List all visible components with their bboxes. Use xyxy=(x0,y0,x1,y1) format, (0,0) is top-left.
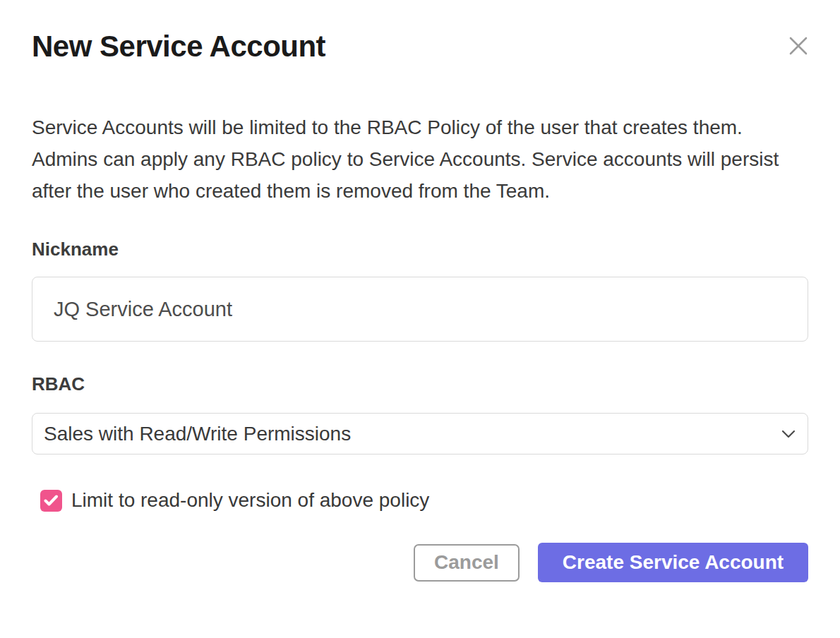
close-button[interactable] xyxy=(786,34,810,58)
nickname-input[interactable] xyxy=(32,277,808,342)
close-icon xyxy=(788,35,809,56)
rbac-selected-value: Sales with Read/Write Permissions xyxy=(44,423,351,445)
rbac-select[interactable]: Sales with Read/Write Permissions xyxy=(32,413,808,455)
modal-title: New Service Account xyxy=(32,28,808,65)
cancel-button[interactable]: Cancel xyxy=(414,544,520,582)
chevron-down-icon xyxy=(781,429,796,439)
readonly-checkbox-row: Limit to read-only version of above poli… xyxy=(40,489,808,512)
readonly-checkbox-label[interactable]: Limit to read-only version of above poli… xyxy=(71,489,429,512)
modal-actions: Cancel Create Service Account xyxy=(32,543,808,582)
checkmark-icon xyxy=(44,495,59,507)
rbac-label: RBAC xyxy=(32,373,808,395)
modal-description: Service Accounts will be limited to the … xyxy=(32,112,810,207)
new-service-account-modal: New Service Account Service Accounts wil… xyxy=(0,0,840,638)
nickname-label: Nickname xyxy=(32,239,808,260)
create-service-account-button[interactable]: Create Service Account xyxy=(538,543,808,582)
readonly-checkbox[interactable] xyxy=(40,490,62,512)
